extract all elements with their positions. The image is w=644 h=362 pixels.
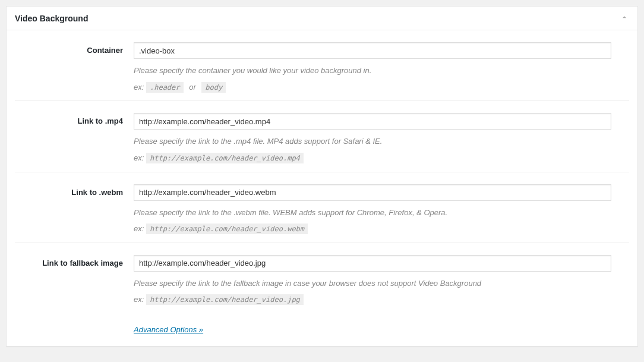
field-example: ex: http://example.com/header_video.mp4 (134, 152, 611, 165)
field-label: Link to fallback image (15, 255, 134, 306)
field-label: Link to .mp4 (15, 113, 134, 164)
ex-prefix: ex: (134, 295, 144, 304)
ex-code: body (201, 82, 226, 93)
ex-prefix: ex: (134, 153, 144, 162)
advanced-row: Advanced Options » (15, 313, 629, 334)
mp4-input[interactable] (134, 113, 611, 130)
field-help: Please specify the link to the .mp4 file… (134, 136, 611, 147)
field-help: Please specify the link to the .webm fil… (134, 207, 611, 219)
field-row-webm: Link to .webm Please specify the link to… (15, 172, 629, 243)
field-help: Please specify the link to the fallback … (134, 278, 611, 289)
ex-code: http://example.com/header_video.jpg (146, 294, 304, 305)
ex-code: http://example.com/header_video.mp4 (146, 153, 304, 163)
field-label: Link to .webm (15, 184, 134, 235)
panel-header[interactable]: Video Background (7, 7, 637, 30)
field-row-mp4: Link to .mp4 Please specify the link to … (15, 100, 629, 171)
webm-input[interactable] (134, 184, 611, 201)
video-background-panel: Video Background Container Please specif… (6, 6, 638, 347)
panel-title: Video Background (15, 14, 88, 23)
container-input[interactable] (134, 42, 611, 59)
fallback-input[interactable] (134, 255, 611, 272)
ex-prefix: ex: (134, 224, 144, 233)
collapse-toggle[interactable] (620, 12, 629, 24)
chevron-up-icon (621, 14, 628, 21)
field-label: Container (15, 42, 134, 93)
ex-code: .header (146, 82, 184, 93)
ex-prefix: ex: (134, 83, 144, 92)
field-row-fallback: Link to fallback image Please specify th… (15, 243, 629, 313)
field-example: ex: http://example.com/header_video.webm (134, 223, 611, 235)
ex-or: or (185, 83, 200, 92)
panel-body: Container Please specify the container y… (7, 30, 637, 346)
field-example: ex: http://example.com/header_video.jpg (134, 294, 611, 306)
advanced-options-link[interactable]: Advanced Options » (134, 325, 203, 334)
field-help: Please specify the container you would l… (134, 65, 611, 77)
field-content: Please specify the link to the .webm fil… (134, 184, 629, 235)
field-row-container: Container Please specify the container y… (15, 36, 629, 100)
field-content: Please specify the container you would l… (134, 42, 629, 93)
field-content: Please specify the link to the fallback … (134, 255, 629, 306)
field-example: ex: .header or body (134, 81, 611, 94)
field-content: Please specify the link to the .mp4 file… (134, 113, 629, 164)
ex-code: http://example.com/header_video.webm (146, 224, 308, 234)
